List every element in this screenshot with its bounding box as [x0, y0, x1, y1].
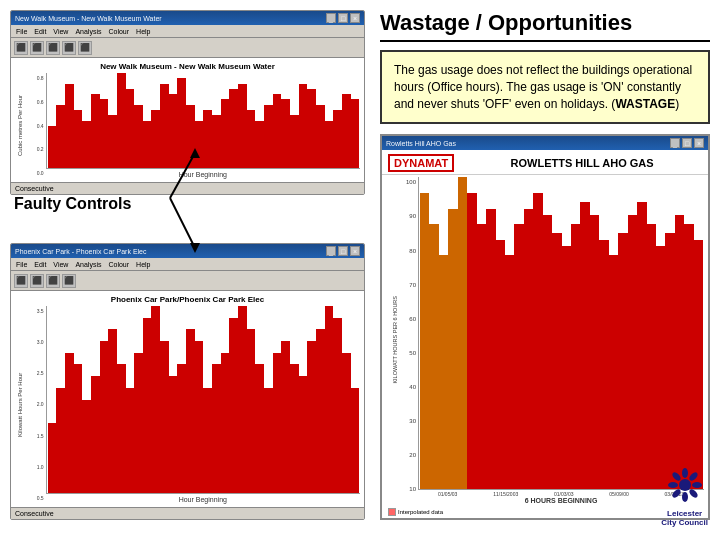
chart-bar — [307, 89, 316, 168]
chart-bar — [91, 376, 100, 493]
toolbar-icon-5[interactable]: ⬛ — [78, 41, 92, 55]
chart-bar — [238, 306, 247, 493]
leicester-text-line2: City Council — [661, 518, 708, 528]
top-y-axis: 0.8 0.6 0.4 0.2 0.0 — [26, 73, 46, 178]
bottom-y-axis: 3.5 3.0 2.5 2.0 1.5 1.0 0.5 — [26, 306, 46, 503]
bottom-toolbar-icon-3[interactable]: ⬛ — [46, 274, 60, 288]
maximize-btn[interactable]: □ — [338, 13, 348, 23]
gas-bar — [429, 224, 438, 489]
bottom-menu-analysis[interactable]: Analysis — [73, 260, 103, 269]
bottom-status-text: Consecutive — [15, 510, 54, 517]
chart-bar — [56, 105, 65, 168]
menu-file[interactable]: File — [14, 27, 29, 36]
gy-3: 30 — [400, 418, 416, 424]
bottom-menu-edit[interactable]: Edit — [32, 260, 48, 269]
menu-help[interactable]: Help — [134, 27, 152, 36]
chart-bar — [117, 364, 126, 493]
top-chart-title: New Walk Museum - New Walk Museum Water — [15, 62, 360, 71]
gas-bar — [571, 224, 580, 489]
chart-bar — [117, 73, 126, 168]
svg-point-8 — [692, 482, 702, 488]
menu-colour[interactable]: Colour — [106, 27, 131, 36]
chart-bar — [255, 121, 264, 169]
bottom-close-btn[interactable]: × — [350, 246, 360, 256]
by-val-6: 3.0 — [26, 339, 44, 345]
chart-bar — [299, 84, 308, 168]
toolbar-icon-4[interactable]: ⬛ — [62, 41, 76, 55]
gas-chart-title: ROWLETTS HILL AHO GAS — [462, 157, 702, 169]
bottom-minimize-btn[interactable]: _ — [326, 246, 336, 256]
chart-bar — [91, 94, 100, 168]
svg-point-6 — [682, 492, 688, 502]
gas-bar — [533, 193, 542, 489]
y-val-4: 0.6 — [26, 99, 44, 105]
close-btn[interactable]: × — [350, 13, 360, 23]
toolbar-icon-1[interactable]: ⬛ — [14, 41, 28, 55]
chart-bar — [307, 341, 316, 493]
gas-minimize-btn[interactable]: _ — [670, 138, 680, 148]
chart-bar — [126, 388, 135, 493]
menu-analysis[interactable]: Analysis — [73, 27, 103, 36]
gas-bar — [477, 224, 486, 489]
top-window-toolbar: ⬛ ⬛ ⬛ ⬛ ⬛ — [11, 38, 364, 58]
leicester-logo: Leicester City Council — [661, 465, 708, 528]
chart-bar — [65, 84, 74, 168]
minimize-btn[interactable]: _ — [326, 13, 336, 23]
chart-bar — [212, 115, 221, 168]
chart-bar — [134, 353, 143, 493]
bottom-menu-file[interactable]: File — [14, 260, 29, 269]
gas-bar — [505, 255, 514, 489]
chart-bar — [247, 110, 256, 168]
gas-maximize-btn[interactable]: □ — [682, 138, 692, 148]
gy-9: 90 — [400, 213, 416, 219]
chart-bar — [203, 388, 212, 493]
chart-bar — [82, 121, 91, 169]
bottom-window-menubar: File Edit View Analysis Colour Help — [11, 258, 364, 271]
chart-bar — [290, 364, 299, 493]
bottom-toolbar-icon-4[interactable]: ⬛ — [62, 274, 76, 288]
chart-bar — [221, 353, 230, 493]
top-window-titlebar: New Walk Museum - New Walk Museum Water … — [11, 11, 364, 25]
by-val-2: 1.0 — [26, 464, 44, 470]
chart-bar — [151, 110, 160, 168]
by-val-7: 3.5 — [26, 308, 44, 314]
gas-bar — [675, 215, 684, 489]
y-val-2: 0.2 — [26, 146, 44, 152]
toolbar-icon-2[interactable]: ⬛ — [30, 41, 44, 55]
chart-bar — [48, 126, 57, 168]
chart-bar — [177, 364, 186, 493]
bottom-maximize-btn[interactable]: □ — [338, 246, 348, 256]
chart-bar — [316, 329, 325, 493]
gas-bar — [562, 246, 571, 489]
gas-chart-area: KILOWATT HOURS PER 6 HOURS 100 90 80 70 … — [382, 175, 708, 506]
bottom-window-toolbar: ⬛ ⬛ ⬛ ⬛ — [11, 271, 364, 291]
arrow-up — [165, 148, 205, 203]
gas-chart-window: Rowletts Hill AHO Gas _ □ × DYNAMAT ROWL… — [380, 134, 710, 520]
gas-bottom: Interpolated data — [382, 506, 708, 518]
bottom-chart-area: Phoenix Car Park/Phoenix Car Park Elec K… — [11, 291, 364, 507]
gas-bar — [439, 255, 448, 489]
chart-bar — [100, 99, 109, 168]
bottom-menu-colour[interactable]: Colour — [106, 260, 131, 269]
menu-edit[interactable]: Edit — [32, 27, 48, 36]
bottom-menu-help[interactable]: Help — [134, 260, 152, 269]
chart-bar — [342, 94, 351, 168]
chart-bar — [273, 94, 282, 168]
chart-bar — [186, 329, 195, 493]
chart-bar — [143, 121, 152, 169]
bottom-toolbar-icon-1[interactable]: ⬛ — [14, 274, 28, 288]
svg-marker-3 — [190, 243, 200, 253]
gas-close-btn[interactable]: × — [694, 138, 704, 148]
toolbar-icon-3[interactable]: ⬛ — [46, 41, 60, 55]
bottom-menu-view[interactable]: View — [51, 260, 70, 269]
chart-bar — [247, 329, 256, 493]
chart-bar — [65, 353, 74, 493]
chart-bar — [290, 115, 299, 168]
dynamat-logo: DYNAMAT — [388, 154, 454, 172]
bottom-toolbar-icon-2[interactable]: ⬛ — [30, 274, 44, 288]
chart-bar — [316, 105, 325, 168]
chart-bar — [351, 388, 360, 493]
gas-bar — [448, 209, 457, 489]
by-val-4: 2.0 — [26, 401, 44, 407]
menu-view[interactable]: View — [51, 27, 70, 36]
